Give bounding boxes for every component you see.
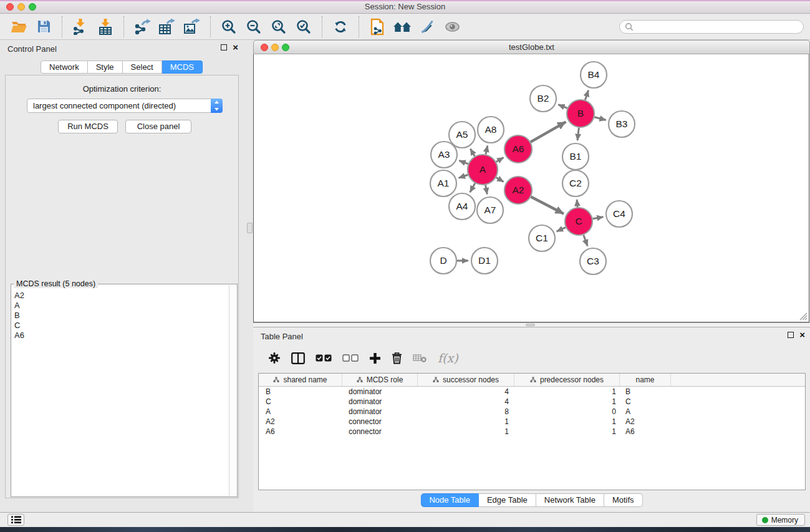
table-row[interactable]: C dominator 4 1 C bbox=[259, 397, 805, 407]
node-C2[interactable]: C2 bbox=[562, 170, 589, 196]
table-options-gear-icon[interactable] bbox=[268, 352, 281, 364]
mcds-result-list[interactable]: A2 A B C A6 bbox=[11, 287, 228, 496]
vertical-split-handle[interactable] bbox=[247, 223, 253, 233]
table-row[interactable]: A dominator 8 0 A bbox=[259, 407, 805, 417]
node-A1[interactable]: A1 bbox=[430, 170, 456, 196]
node-A7[interactable]: A7 bbox=[477, 197, 503, 223]
result-item[interactable]: A bbox=[14, 301, 228, 311]
edge-A-A7[interactable] bbox=[486, 185, 488, 195]
result-item[interactable]: B bbox=[14, 311, 228, 321]
edge-B-B3[interactable] bbox=[594, 117, 606, 120]
save-session-icon[interactable] bbox=[31, 16, 56, 38]
node-A2[interactable]: A2 bbox=[504, 177, 532, 204]
node-A[interactable]: A bbox=[468, 155, 498, 185]
delete-column-icon[interactable] bbox=[392, 352, 402, 364]
network-canvas[interactable]: AA1A3A4A5A7A8A6A2BB1B2B3B4CC1C2C3C4DD1 bbox=[254, 54, 809, 321]
column-header-successor-nodes[interactable]: successor nodes bbox=[418, 374, 514, 386]
table-row[interactable]: A6 connector 1 1 A6 bbox=[259, 427, 805, 437]
column-header-predecessor-nodes[interactable]: predecessor nodes bbox=[514, 374, 620, 386]
criterion-dropdown[interactable]: largest connected component (directed) bbox=[27, 99, 223, 113]
node-A4[interactable]: A4 bbox=[449, 193, 475, 220]
tab-node-table[interactable]: Node Table bbox=[420, 493, 479, 507]
node-D1[interactable]: D1 bbox=[471, 248, 498, 274]
edge-A-A2[interactable] bbox=[496, 178, 504, 182]
result-item[interactable]: C bbox=[14, 321, 228, 331]
tab-select[interactable]: Select bbox=[123, 60, 162, 74]
node-B2[interactable]: B2 bbox=[530, 85, 556, 112]
zoom-out-icon[interactable] bbox=[241, 16, 266, 38]
import-network-icon[interactable] bbox=[68, 16, 93, 38]
tab-network[interactable]: Network bbox=[41, 60, 88, 74]
node-C4[interactable]: C4 bbox=[606, 201, 632, 227]
edge-A-A1[interactable] bbox=[459, 175, 468, 178]
column-header-name[interactable]: name bbox=[620, 374, 671, 386]
zoom-window-button[interactable] bbox=[29, 3, 36, 11]
float-table-panel-icon[interactable] bbox=[788, 332, 794, 338]
node-B[interactable]: B bbox=[567, 100, 594, 127]
close-panel-button[interactable]: Close panel bbox=[125, 120, 191, 133]
edge-A-A5[interactable] bbox=[470, 148, 475, 156]
minimize-network-button[interactable] bbox=[271, 44, 279, 51]
export-network-icon[interactable] bbox=[130, 16, 155, 38]
export-image-icon[interactable] bbox=[180, 16, 205, 38]
memory-button[interactable]: Memory bbox=[756, 514, 805, 526]
result-item[interactable]: A2 bbox=[14, 291, 228, 301]
minimize-window-button[interactable] bbox=[17, 3, 25, 11]
close-table-panel-icon[interactable]: × bbox=[799, 331, 805, 339]
node-A3[interactable]: A3 bbox=[431, 142, 457, 168]
resize-grip-icon[interactable] bbox=[799, 312, 808, 321]
column-header-shared-name[interactable]: shared name bbox=[259, 374, 342, 386]
open-file-icon[interactable] bbox=[6, 16, 31, 38]
column-header-mcds-role[interactable]: MCDS role bbox=[342, 374, 418, 386]
import-table-icon[interactable] bbox=[93, 16, 118, 38]
refresh-view-icon[interactable] bbox=[328, 16, 353, 38]
close-window-button[interactable] bbox=[6, 3, 14, 11]
tab-style[interactable]: Style bbox=[88, 60, 123, 74]
show-graphics-details-icon[interactable] bbox=[440, 16, 465, 38]
function-builder-icon[interactable]: f(x) bbox=[438, 351, 458, 365]
edge-A-A8[interactable] bbox=[486, 145, 488, 154]
result-scrollbar[interactable] bbox=[229, 285, 237, 496]
deselect-all-rows-icon[interactable] bbox=[342, 354, 359, 362]
run-mcds-button[interactable]: Run MCDS bbox=[58, 120, 118, 133]
node-A8[interactable]: A8 bbox=[478, 117, 504, 143]
network-window-titlebar[interactable]: testGlobe.txt bbox=[253, 40, 810, 54]
close-panel-icon[interactable]: × bbox=[233, 44, 238, 51]
search-input[interactable] bbox=[634, 22, 798, 31]
node-C[interactable]: C bbox=[565, 208, 592, 235]
edge-A2-C[interactable] bbox=[531, 197, 564, 214]
edge-B-B1[interactable] bbox=[577, 128, 579, 140]
node-A6[interactable]: A6 bbox=[504, 135, 532, 163]
edge-A-A3[interactable] bbox=[459, 160, 468, 164]
tab-network-table[interactable]: Network Table bbox=[536, 493, 604, 507]
node-B3[interactable]: B3 bbox=[609, 111, 635, 137]
node-B4[interactable]: B4 bbox=[581, 62, 607, 88]
edge-A6-B[interactable] bbox=[531, 122, 566, 142]
table-row[interactable]: A2 connector 1 1 A2 bbox=[259, 417, 805, 427]
close-network-button[interactable] bbox=[261, 44, 268, 51]
zoom-selected-icon[interactable] bbox=[291, 16, 316, 38]
tab-motifs[interactable]: Motifs bbox=[604, 493, 643, 507]
home-icon[interactable] bbox=[390, 16, 415, 38]
edge-C-C1[interactable] bbox=[557, 228, 566, 232]
edge-C-C2[interactable] bbox=[577, 200, 577, 207]
node-A5[interactable]: A5 bbox=[449, 122, 475, 148]
tab-mcds[interactable]: MCDS bbox=[162, 60, 203, 74]
tab-edge-table[interactable]: Edge Table bbox=[479, 493, 536, 507]
task-history-button[interactable] bbox=[7, 514, 24, 526]
node-B1[interactable]: B1 bbox=[562, 143, 589, 170]
zoom-fit-icon[interactable] bbox=[266, 16, 291, 38]
edge-A-A4[interactable] bbox=[470, 183, 475, 192]
edge-B-B4[interactable] bbox=[585, 90, 588, 100]
add-column-icon[interactable] bbox=[369, 352, 381, 364]
zoom-network-button[interactable] bbox=[282, 44, 289, 51]
show-columns-icon[interactable] bbox=[291, 352, 305, 364]
node-C1[interactable]: C1 bbox=[529, 225, 555, 251]
float-panel-icon[interactable] bbox=[221, 44, 227, 51]
edge-C-C3[interactable] bbox=[584, 235, 587, 246]
select-all-rows-icon[interactable] bbox=[316, 354, 332, 362]
result-item[interactable]: A6 bbox=[14, 331, 228, 341]
table-row[interactable]: B dominator 4 1 B bbox=[259, 387, 805, 397]
horizontal-split-handle[interactable] bbox=[526, 324, 535, 326]
delete-table-icon[interactable] bbox=[413, 354, 427, 362]
